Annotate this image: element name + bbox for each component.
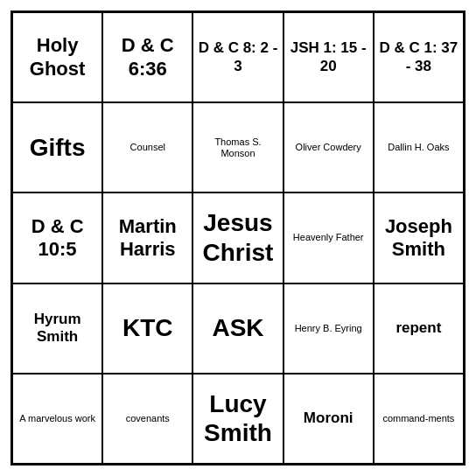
cell-text-r2c0: D & C 10:5 — [17, 215, 98, 262]
cell-text-r1c1: Counsel — [130, 142, 165, 153]
cell-r4c4: command-ments — [374, 374, 464, 464]
cell-r0c2: D & C 8: 2 - 3 — [192, 12, 283, 102]
cell-r4c3: Moroni — [284, 374, 374, 464]
cell-r1c2: Thomas S. Monson — [192, 102, 283, 192]
cell-text-r4c4: command-ments — [382, 413, 454, 424]
cell-text-r3c1: KTC — [122, 313, 173, 343]
bingo-card: Holy GhostD & C 6:36D & C 8: 2 - 3JSH 1:… — [10, 10, 466, 466]
cell-text-r2c2: Jesus Christ — [197, 208, 278, 267]
cell-text-r2c3: Heavenly Father — [293, 232, 364, 243]
cell-r3c3: Henry B. Eyring — [284, 284, 374, 374]
cell-text-r1c4: Dallin H. Oaks — [388, 142, 449, 153]
cell-r1c1: Counsel — [102, 102, 192, 192]
cell-text-r0c1: D & C 6:36 — [107, 34, 188, 80]
cell-text-r3c3: Henry B. Eyring — [295, 323, 362, 334]
cell-text-r3c0: Hyrum Smith — [17, 311, 98, 346]
cell-r2c3: Heavenly Father — [284, 192, 374, 283]
cell-text-r3c4: repent — [396, 319, 441, 337]
cell-r0c1: D & C 6:36 — [102, 12, 192, 102]
cell-text-r3c2: ASK — [212, 313, 263, 343]
cell-r2c0: D & C 10:5 — [12, 192, 102, 283]
cell-r0c3: JSH 1: 15 - 20 — [284, 12, 374, 102]
cell-text-r0c0: Holy Ghost — [17, 34, 98, 80]
cell-r1c4: Dallin H. Oaks — [374, 102, 464, 192]
cell-r3c1: KTC — [102, 284, 192, 374]
cell-text-r0c3: JSH 1: 15 - 20 — [288, 39, 369, 75]
cell-text-r4c3: Moroni — [304, 410, 354, 427]
cell-r2c4: Joseph Smith — [374, 192, 464, 283]
cell-text-r4c0: A marvelous work — [19, 413, 95, 424]
cell-text-r1c3: Oliver Cowdery — [296, 142, 361, 153]
cell-r0c0: Holy Ghost — [12, 12, 102, 102]
cell-text-r4c2: Lucy Smith — [197, 389, 278, 448]
cell-text-r1c0: Gifts — [30, 133, 86, 163]
cell-r4c0: A marvelous work — [12, 374, 102, 464]
cell-r2c1: Martin Harris — [102, 192, 192, 283]
cell-text-r4c1: covenants — [126, 413, 170, 424]
cell-r3c4: repent — [374, 284, 464, 374]
cell-r3c2: ASK — [192, 284, 283, 374]
cell-r4c1: covenants — [102, 374, 192, 464]
cell-text-r0c4: D & C 1: 37 - 38 — [378, 39, 459, 75]
cell-r1c3: Oliver Cowdery — [284, 102, 374, 192]
cell-r2c2: Jesus Christ — [192, 192, 283, 283]
cell-r0c4: D & C 1: 37 - 38 — [374, 12, 464, 102]
cell-r1c0: Gifts — [12, 102, 102, 192]
cell-text-r1c2: Thomas S. Monson — [197, 136, 278, 159]
cell-r4c2: Lucy Smith — [192, 374, 283, 464]
cell-text-r2c4: Joseph Smith — [378, 215, 459, 262]
cell-r3c0: Hyrum Smith — [12, 284, 102, 374]
cell-text-r2c1: Martin Harris — [107, 215, 188, 262]
cell-text-r0c2: D & C 8: 2 - 3 — [197, 39, 278, 75]
